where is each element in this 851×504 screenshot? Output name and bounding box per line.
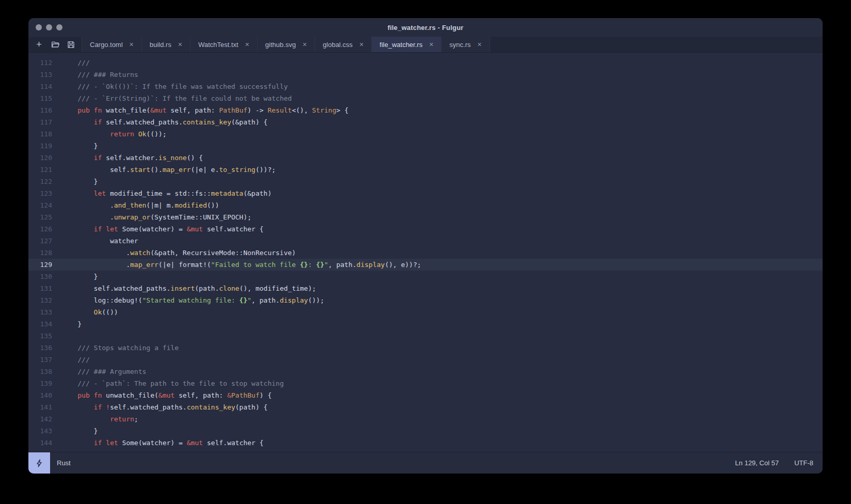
code-text: .unwrap_or(SystemTime::UNIX_EPOCH); (57, 211, 823, 223)
line-number: 135 (28, 330, 57, 342)
code-line-139[interactable]: 139/// - `path`: The path to the file to… (28, 377, 823, 389)
code-line-123[interactable]: 123let modified_time = std::fs::metadata… (28, 187, 823, 199)
code-line-120[interactable]: 120if self.watcher.is_none() { (28, 152, 823, 164)
tab-label: file_watcher.rs (380, 41, 422, 49)
token-pln: unwatch_file( (102, 391, 159, 399)
tab-label: global.css (323, 41, 353, 49)
tab-global.css[interactable]: global.css× (315, 37, 372, 52)
code-line-128[interactable]: 128.watch(&path, RecursiveMode::NonRecur… (28, 247, 823, 259)
code-line-124[interactable]: 124.and_then(|m| m.modified()) (28, 199, 823, 211)
code-line-137[interactable]: 137/// (28, 354, 823, 366)
zoom-window-button[interactable] (56, 24, 62, 30)
code-line-112[interactable]: 112/// (28, 57, 823, 69)
token-kw: & (227, 391, 231, 399)
code-line-115[interactable]: 115/// - `Err(String)`: If the file coul… (28, 92, 823, 104)
token-kw: let (94, 190, 106, 197)
code-line-132[interactable]: 132log::debug!("Started watching file: {… (28, 294, 823, 306)
code-line-129[interactable]: 129.map_err(|e| format!("Failed to watch… (28, 259, 823, 271)
line-number: 137 (28, 354, 57, 366)
encoding-indicator[interactable]: UTF-8 (794, 459, 813, 467)
tab-sync.rs[interactable]: sync.rs× (442, 37, 490, 52)
code-line-134[interactable]: 134} (28, 318, 823, 330)
tab-label: Cargo.toml (90, 41, 123, 49)
token-pln: self.watched_paths. (110, 403, 187, 411)
token-ty: Result (267, 106, 292, 114)
token-kw: &mut (159, 391, 175, 399)
code-line-125[interactable]: 125.unwrap_or(SystemTime::UNIX_EPOCH); (28, 211, 823, 223)
line-number: 113 (28, 69, 57, 81)
code-line-117[interactable]: 117if self.watched_paths.contains_key(&p… (28, 116, 823, 128)
token-pln: watch_file( (102, 106, 150, 114)
code-line-140[interactable]: 140pub fn unwatch_file(&mut self, path: … (28, 389, 823, 401)
code-line-121[interactable]: 121self.start().map_err(|e| e.to_string(… (28, 164, 823, 176)
tab-close-icon[interactable]: × (429, 41, 433, 48)
code-line-133[interactable]: 133Ok(()) (28, 306, 823, 318)
tab-close-icon[interactable]: × (359, 41, 364, 48)
token-pln: <(), (292, 106, 312, 114)
language-indicator[interactable]: Rust (57, 459, 71, 467)
tab-Cargo.toml[interactable]: Cargo.toml× (82, 37, 142, 52)
minimize-window-button[interactable] (46, 24, 52, 30)
line-number: 133 (28, 306, 57, 318)
token-pln: } (77, 320, 82, 328)
code-line-127[interactable]: 127watcher (28, 235, 823, 247)
tab-file_watcher.rs[interactable]: file_watcher.rs× (372, 37, 442, 52)
line-number: 119 (28, 140, 57, 152)
code-line-118[interactable]: 118return Ok(()); (28, 128, 823, 140)
token-pln: self. (110, 166, 130, 174)
token-kw: &mut (187, 439, 203, 447)
code-line-113[interactable]: 113/// ### Returns (28, 69, 823, 81)
token-kw: if let (94, 439, 118, 447)
token-pln: } (94, 273, 98, 280)
code-line-143[interactable]: 143} (28, 425, 823, 437)
token-str: : (308, 261, 316, 269)
line-number: 142 (28, 413, 57, 425)
token-kw: ! (106, 403, 110, 411)
save-file-button[interactable] (64, 38, 78, 51)
tab-close-icon[interactable]: × (303, 41, 307, 48)
code-line-119[interactable]: 119} (28, 140, 823, 152)
line-number: 124 (28, 199, 57, 211)
code-line-114[interactable]: 114/// - `Ok(())`: If the file was watch… (28, 81, 823, 92)
code-text: if let Some(watcher) = &mut self.watcher… (57, 223, 823, 235)
code-line-126[interactable]: 126if let Some(watcher) = &mut self.watc… (28, 223, 823, 235)
code-line-141[interactable]: 141if !self.watched_paths.contains_key(p… (28, 401, 823, 413)
code-line-136[interactable]: 136/// Stops watching a file (28, 342, 823, 354)
language-badge[interactable] (28, 452, 50, 474)
token-str: " (324, 261, 328, 269)
tab-actions: + (28, 37, 82, 52)
tab-close-icon[interactable]: × (178, 41, 182, 48)
token-pln: self, path: (175, 391, 227, 399)
token-cmt: /// (77, 59, 89, 67)
code-line-116[interactable]: 116pub fn watch_file(&mut self, path: Pa… (28, 104, 823, 116)
tab-WatchTest.txt[interactable]: WatchTest.txt× (191, 37, 258, 52)
token-pln: ; (134, 415, 138, 423)
code-line-142[interactable]: 142return; (28, 413, 823, 425)
code-line-138[interactable]: 138/// ### Arguments (28, 366, 823, 377)
token-ty: String (312, 106, 336, 114)
tab-close-icon[interactable]: × (478, 41, 482, 48)
tab-close-icon[interactable]: × (245, 41, 249, 48)
code-line-135[interactable]: 135 (28, 330, 823, 342)
titlebar[interactable]: file_watcher.rs - Fulgur (28, 18, 823, 37)
tab-close-icon[interactable]: × (130, 41, 134, 48)
tab-github.svg[interactable]: github.svg× (258, 37, 315, 52)
open-file-button[interactable] (48, 38, 62, 51)
tab-label: sync.rs (449, 41, 470, 49)
code-line-122[interactable]: 122} (28, 176, 823, 187)
code-editor[interactable]: 112///113/// ### Returns114/// - `Ok(())… (28, 53, 823, 452)
token-fn: insert (170, 285, 195, 292)
tab-build.rs[interactable]: build.rs× (142, 37, 191, 52)
code-line-131[interactable]: 131self.watched_paths.insert(path.clone(… (28, 282, 823, 294)
close-window-button[interactable] (36, 24, 42, 30)
token-pln: . (110, 201, 114, 209)
token-pln: . (126, 261, 130, 269)
new-tab-button[interactable]: + (32, 38, 46, 51)
code-line-130[interactable]: 130} (28, 271, 823, 282)
tab-label: build.rs (150, 41, 171, 49)
line-number: 129 (28, 259, 57, 271)
code-line-144[interactable]: 144if let Some(watcher) = &mut self.watc… (28, 437, 823, 449)
token-pln: ()); (308, 296, 324, 304)
cursor-position[interactable]: Ln 129, Col 57 (735, 459, 779, 467)
token-kw: fn (94, 106, 102, 114)
